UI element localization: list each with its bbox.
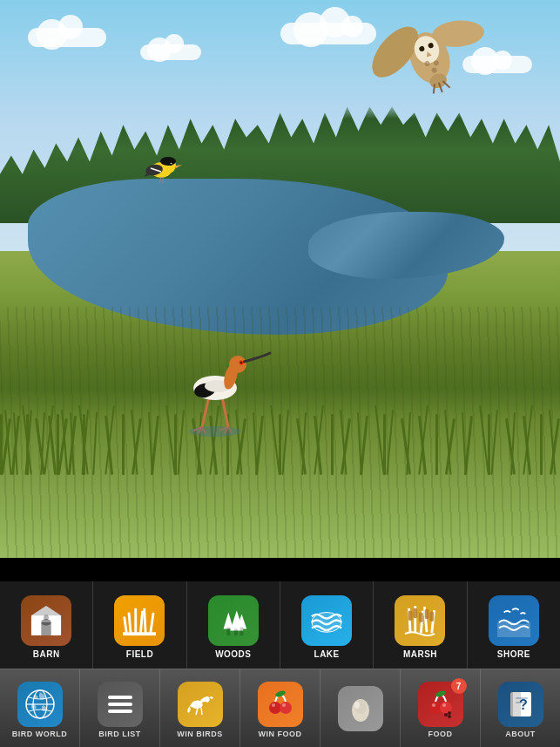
svg-point-157 [282, 703, 286, 707]
globe-icon [24, 689, 56, 720]
svg-rect-40 [270, 405, 280, 475]
food-label: FOOD [428, 730, 453, 738]
svg-point-168 [448, 715, 451, 718]
woods-icon-box [208, 595, 259, 646]
svg-point-161 [429, 702, 442, 714]
habitat-marsh[interactable]: MARSH [374, 581, 467, 669]
svg-rect-121 [135, 608, 138, 633]
cloud-1 [28, 28, 106, 47]
woods-icon [217, 604, 250, 637]
habitat-field[interactable]: FIELD [93, 581, 186, 669]
svg-rect-42 [281, 410, 289, 475]
lake-label: LAKE [314, 649, 340, 659]
svg-rect-27 [151, 416, 159, 475]
svg-rect-54 [386, 410, 394, 475]
habitat-barn[interactable]: BARN [0, 581, 93, 669]
win-birds-label: WIN BIRDS [177, 730, 223, 738]
nav-bird-world[interactable]: BIRD WORLD [0, 669, 80, 747]
field-icon [123, 604, 156, 637]
main-scene [0, 0, 560, 558]
field-label: FIELD [126, 649, 153, 659]
svg-rect-173 [516, 697, 528, 699]
svg-point-160 [354, 702, 360, 709]
svg-rect-28 [165, 405, 176, 475]
cloud-2 [140, 44, 201, 60]
svg-rect-120 [128, 612, 132, 633]
barn-icon [30, 604, 63, 637]
svg-rect-52 [374, 405, 385, 475]
svg-rect-39 [255, 416, 264, 475]
nav-egg[interactable] [320, 669, 401, 747]
svg-point-153 [269, 702, 281, 714]
svg-rect-130 [226, 627, 230, 635]
svg-rect-63 [464, 416, 473, 475]
svg-rect-139 [408, 610, 413, 620]
habitat-bar: BARN FIELD [0, 581, 560, 669]
svg-point-156 [272, 703, 275, 707]
svg-rect-66 [490, 410, 498, 475]
svg-rect-140 [414, 608, 418, 617]
habitat-woods[interactable]: WOODS [187, 581, 280, 669]
svg-rect-71 [540, 414, 543, 475]
svg-rect-126 [123, 632, 156, 635]
nav-bar: BIRD WORLD BIRD LIST [0, 669, 560, 747]
nav-bird-list[interactable]: BIRD LIST [80, 669, 160, 747]
svg-rect-53 [383, 414, 386, 475]
svg-rect-132 [240, 627, 243, 635]
habitat-lake[interactable]: LAKE [280, 581, 374, 669]
berries-icon [265, 689, 296, 720]
nav-win-birds[interactable]: WIN BIRDS [160, 669, 240, 747]
svg-rect-4 [11, 416, 20, 475]
svg-rect-124 [150, 612, 155, 633]
svg-rect-47 [331, 414, 334, 475]
marsh-icon-box [395, 595, 445, 646]
nav-win-food[interactable]: WIN FOOD [240, 669, 320, 747]
marsh-icon [403, 604, 436, 637]
svg-line-152 [201, 708, 202, 715]
svg-rect-147 [108, 696, 132, 699]
win-birds-icon-box [178, 682, 223, 727]
lake-icon [310, 604, 343, 637]
svg-rect-131 [234, 628, 238, 635]
svg-text:?: ? [519, 697, 528, 712]
food-badge: 7 [451, 678, 467, 694]
svg-point-150 [206, 696, 209, 700]
svg-rect-149 [108, 710, 132, 713]
bird-silhouette-icon [185, 689, 216, 720]
cloud-3 [280, 23, 376, 44]
svg-rect-123 [144, 608, 147, 633]
svg-rect-35 [226, 414, 229, 475]
bird-world-label: BIRD WORLD [12, 730, 68, 738]
svg-rect-122 [139, 610, 144, 633]
svg-point-119 [44, 615, 49, 620]
svg-point-154 [280, 702, 292, 714]
woods-label: WOODS [215, 649, 251, 659]
marsh-label: MARSH [403, 649, 437, 659]
bird-list-icon-box [98, 682, 143, 727]
svg-point-164 [432, 703, 435, 707]
nav-about[interactable]: ? ABOUT [481, 669, 560, 747]
svg-rect-141 [420, 612, 424, 621]
bird-world-icon-box [17, 682, 63, 727]
shore-icon [497, 604, 530, 637]
nav-food[interactable]: 7 FOOD [401, 669, 481, 747]
svg-rect-29 [174, 414, 177, 475]
shore-label: SHORE [497, 649, 530, 659]
cloud-4 [462, 56, 532, 73]
svg-rect-174 [516, 702, 524, 703]
habitat-shore[interactable]: SHORE [468, 581, 560, 669]
about-icon-box: ? [498, 682, 543, 727]
svg-rect-142 [425, 608, 429, 618]
barn-icon-box [21, 595, 71, 646]
svg-rect-148 [108, 703, 132, 706]
svg-rect-41 [279, 414, 281, 475]
svg-rect-125 [124, 616, 128, 633]
svg-point-165 [442, 703, 446, 707]
barn-label: BARN [33, 649, 60, 659]
svg-point-166 [448, 711, 451, 715]
svg-rect-171 [510, 692, 513, 716]
about-icon: ? [505, 689, 536, 720]
svg-rect-20 [92, 412, 98, 475]
food-icon-box: 7 [418, 682, 463, 727]
bird-list-label: BIRD LIST [98, 730, 141, 738]
